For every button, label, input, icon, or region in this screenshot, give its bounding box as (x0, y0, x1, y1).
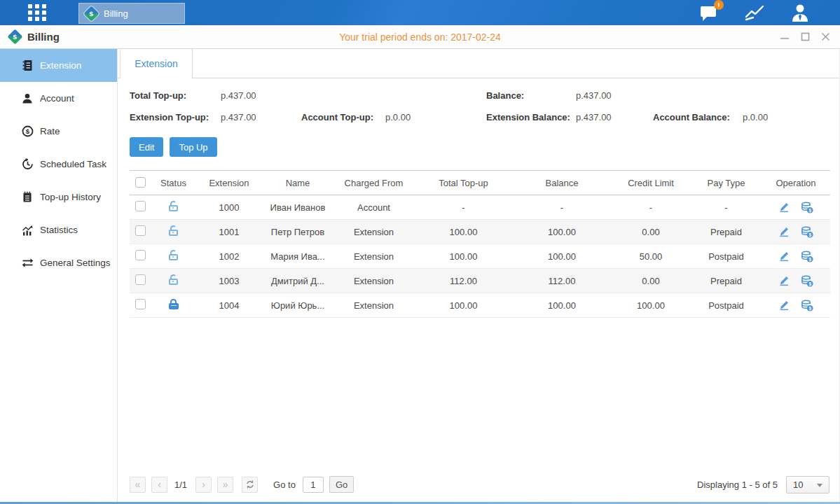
topup-coins-icon[interactable]: $ (801, 226, 813, 238)
svg-text:$: $ (25, 127, 29, 135)
topup-coins-icon[interactable]: $ (801, 275, 813, 287)
cell-charged-from: Extension (333, 269, 414, 293)
displaying-info: Displaying 1 - 5 of 5 (697, 479, 778, 490)
edit-button[interactable]: Edit (130, 137, 163, 157)
extension-topup-value: p.437.00 (221, 112, 301, 122)
cell-balance: - (513, 195, 611, 220)
chat-icon[interactable]: ! (700, 4, 718, 22)
go-to-label: Go to (273, 479, 296, 490)
window-title: $ Billing (0, 30, 60, 43)
topup-coins-icon[interactable]: $ (801, 300, 813, 312)
cell-extension: 1003 (196, 269, 262, 293)
dollar-circle-icon: $ (21, 125, 34, 138)
maximize-icon[interactable] (801, 32, 810, 41)
edit-pencil-icon[interactable] (778, 275, 790, 286)
sidebar: Extension Account $ Rat (0, 49, 118, 502)
extension-panel: Total Top-up: p.437.00 Extension Top-up:… (118, 78, 839, 502)
cell-credit-limit: 0.00 (611, 269, 691, 293)
row-checkbox[interactable] (135, 201, 146, 211)
svg-text:$: $ (808, 256, 811, 262)
svg-text:$: $ (808, 232, 811, 237)
page-size-select[interactable]: 10 (786, 476, 829, 493)
stats-icon (21, 224, 34, 237)
col-balance: Balance (513, 171, 611, 195)
pagination-bar: « ‹ 1/1 › » Go to Go (130, 475, 829, 493)
edit-pencil-icon[interactable] (778, 202, 790, 213)
row-checkbox[interactable] (135, 225, 146, 236)
account-topup-value: p.0.00 (385, 112, 486, 122)
edit-pencil-icon[interactable] (778, 251, 790, 262)
close-icon[interactable] (821, 32, 830, 41)
extension-balance-value: p.437.00 (576, 112, 653, 122)
edit-pencil-icon[interactable] (778, 300, 790, 311)
sidebar-item-statistics[interactable]: Statistics (0, 214, 117, 246)
cell-name: Мария Ива... (262, 244, 333, 269)
minimize-icon[interactable] (780, 33, 790, 41)
cell-pay-type: Prepaid (691, 220, 762, 244)
cell-name: Дмитрий Д... (262, 269, 333, 293)
refresh-icon[interactable] (242, 477, 258, 493)
cell-name: Иван Иванов (262, 195, 333, 220)
cell-pay-type: Postpaid (691, 293, 762, 318)
topup-coins-icon[interactable]: $ (801, 202, 813, 214)
window-header: $ Billing Your trial period ends on: 201… (0, 25, 840, 49)
last-page-button[interactable]: » (217, 477, 233, 493)
table-header-row: Status Extension Name Charged From Total… (130, 171, 830, 195)
sidebar-item-label: Extension (40, 60, 81, 71)
chart-icon[interactable] (745, 4, 764, 21)
sidebar-item-label: Scheduled Task (40, 159, 106, 169)
row-checkbox[interactable] (135, 250, 146, 260)
extension-balance-label: Extension Balance: (486, 112, 576, 122)
cell-pay-type: Prepaid (691, 269, 762, 293)
go-button[interactable]: Go (329, 476, 354, 493)
status-unlocked-icon (168, 201, 179, 212)
cell-charged-from: Extension (333, 293, 414, 318)
top-up-button[interactable]: Top Up (170, 137, 216, 157)
sidebar-item-general-settings[interactable]: General Settings (0, 246, 117, 279)
cell-credit-limit: 50.00 (611, 244, 691, 269)
sidebar-item-label: Statistics (40, 225, 78, 235)
row-checkbox[interactable] (135, 299, 146, 309)
col-pay-type: Pay Type (691, 171, 762, 195)
cell-extension: 1002 (196, 244, 262, 269)
next-page-button[interactable]: › (195, 477, 212, 493)
balance-label: Balance: (486, 90, 576, 101)
page-size-value: 10 (793, 479, 803, 490)
prev-page-button[interactable]: ‹ (151, 477, 167, 493)
balance-summary: Total Top-up: p.437.00 Extension Top-up:… (130, 85, 829, 128)
account-topup-label: Account Top-up: (301, 112, 385, 122)
cell-total-topup: 100.00 (414, 244, 513, 269)
sidebar-item-scheduled-task[interactable]: Scheduled Task (0, 148, 117, 181)
sidebar-item-account[interactable]: Account (0, 82, 117, 115)
topbar-billing-tab[interactable]: $ Billing (78, 3, 185, 24)
cell-balance: 100.00 (513, 244, 611, 269)
row-checkbox[interactable] (135, 274, 146, 285)
cell-extension: 1000 (196, 195, 262, 220)
cell-name: Юрий Юрь... (262, 293, 333, 318)
edit-pencil-icon[interactable] (778, 226, 790, 237)
apps-grid-icon[interactable] (25, 3, 49, 22)
table-row: 1004 Юрий Юрь... Extension 100.00 100.00… (130, 293, 830, 318)
total-topup-value: p.437.00 (221, 90, 301, 101)
cell-charged-from: Extension (333, 220, 414, 244)
billing-diamond-icon: $ (83, 6, 99, 21)
topbar-billing-tab-label: Billing (104, 8, 128, 19)
sidebar-item-rate[interactable]: $ Rate (0, 115, 117, 148)
topbar-icons: ! (700, 0, 809, 25)
col-name: Name (262, 171, 333, 195)
cell-pay-type: Postpaid (691, 244, 762, 269)
cell-credit-limit: 100.00 (611, 293, 691, 318)
select-all-checkbox[interactable] (135, 177, 146, 188)
sidebar-item-topup-history[interactable]: Top-up History (0, 181, 117, 214)
sidebar-item-label: General Settings (40, 258, 111, 268)
cell-extension: 1001 (196, 220, 262, 244)
topup-coins-icon[interactable]: $ (801, 251, 813, 262)
status-locked-icon (168, 299, 179, 310)
user-icon[interactable] (791, 4, 809, 22)
sidebar-item-extension[interactable]: Extension (0, 49, 117, 82)
first-page-button[interactable]: « (130, 477, 146, 493)
go-to-page-input[interactable] (303, 477, 324, 493)
status-unlocked-icon (168, 225, 179, 237)
tab-extension[interactable]: Extension (120, 49, 193, 78)
window-body: Extension Account $ Rat (0, 49, 840, 502)
